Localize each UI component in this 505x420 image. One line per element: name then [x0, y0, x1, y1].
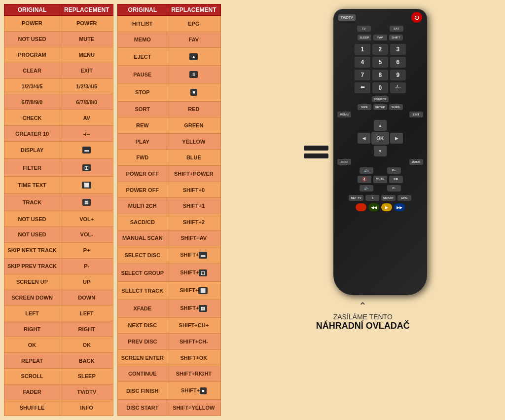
source-label: SOURCE [372, 96, 389, 102]
table-row: MULTI 2CHSHIFT+1 [118, 198, 220, 214]
table-row: STOP■ [118, 83, 220, 101]
power-button[interactable]: ⏻ [411, 12, 422, 23]
sat-button[interactable]: SAT [390, 26, 403, 32]
num2-button[interactable]: 2 [372, 44, 388, 55]
table-row: SCREEN UPUP [4, 274, 113, 290]
caption-line2: NÁHRADNÍ OVLADAČ [316, 321, 410, 331]
table-row: REWGREEN [118, 117, 220, 134]
remote-control: TV/DTV ⏻ TV SAT SLEEP FAV SHIFT 1 [333, 9, 427, 295]
vol-up-button[interactable]: 🔊+ [360, 167, 373, 174]
mute-button[interactable]: MUTE [373, 176, 387, 183]
eq-bar-top [304, 146, 328, 151]
table2-header-original: ORIGINAL [118, 4, 167, 16]
shift-button[interactable]: SHIFT [389, 35, 403, 40]
play-button[interactable]: ▶ [381, 203, 392, 211]
table-row: SKIP PREV TRACKP- [4, 258, 113, 274]
nettv-button[interactable]: NET TV [349, 195, 363, 201]
num7-button[interactable]: 7 [355, 70, 370, 80]
table-row: SORTRED [118, 101, 220, 117]
num0-button[interactable]: 0 [372, 82, 388, 93]
mute-icon-button[interactable]: 🔇 [358, 176, 371, 183]
chevron-up-icon: ⌃ [316, 300, 410, 312]
table-row: PREV DISCSHIFT+CH- [118, 334, 220, 350]
num3-button[interactable]: 3 [390, 44, 406, 55]
size-button[interactable]: SIZE [358, 104, 371, 110]
table-row: PAUSE⏸ [118, 66, 220, 83]
epg-button[interactable]: EPG [397, 195, 411, 201]
table-row: FILTER◫ [4, 159, 113, 176]
caption-line1: ZASÍLÁME TENTO [316, 313, 410, 321]
rew-button[interactable]: ◀◀ [368, 203, 379, 211]
table-row: SCREEN ENTERSHIFT+OK [118, 349, 220, 366]
tv-button[interactable]: TV [357, 26, 371, 32]
table-row: NOT USEDVOL+ [4, 211, 113, 227]
table1: ORIGINAL REPLACEMENT POWERPOWER NOT USED… [4, 4, 113, 416]
sleep-button[interactable]: SLEEP [358, 35, 371, 40]
dash-button[interactable]: -/-- [390, 82, 406, 93]
fav-button[interactable]: FAV [373, 35, 387, 40]
table-row: NOT USEDVOL- [4, 227, 113, 243]
num9-button[interactable]: 9 [390, 70, 406, 80]
num4-button[interactable]: 4 [355, 57, 370, 68]
table-row: LEFTLEFT [4, 305, 113, 321]
table-row: PLAYYELLOW [118, 133, 220, 150]
red-button[interactable] [356, 203, 366, 211]
table-row: REPEATBACK [4, 353, 113, 369]
eq-bar-bottom [304, 153, 328, 158]
table-row: MANUAL SCANSHIFT+AV [118, 230, 220, 246]
table-row: SELECT DISCSHIFT+▬ [118, 246, 220, 264]
table-row: XFADESHIFT+▤ [118, 300, 220, 317]
table-row: HITLISTEPG [118, 16, 220, 32]
table-row: TRACK▤ [4, 193, 113, 211]
table-row: CHECKAV [4, 110, 113, 126]
back-button[interactable]: BACK [409, 159, 423, 165]
smart-button[interactable]: SMART [381, 195, 396, 201]
tvdtv-button[interactable]: TV/DTV [338, 14, 356, 21]
num5-button[interactable]: 5 [372, 57, 388, 68]
table-row: RIGHTRIGHT [4, 321, 113, 337]
table-row: SELECT GROUPSHIFT+◫ [118, 264, 220, 282]
num1-button[interactable]: 1 [355, 44, 370, 55]
nav-up-button[interactable]: ▲ [374, 120, 387, 131]
table-row: SCROLLSLEEP [4, 369, 113, 384]
table-row: FWDBLUE [118, 150, 220, 166]
table-row: GREATER 10-/-- [4, 126, 113, 142]
setup-button[interactable]: SETUP [373, 104, 387, 110]
subs-button[interactable]: SUBS. [389, 104, 403, 110]
table-row: SCREEN DOWNDOWN [4, 290, 113, 305]
num8-button[interactable]: 8 [372, 70, 388, 80]
table-row: DISC STARTSHIFT+YELLOW [118, 400, 220, 416]
table-row: POWER OFFSHIFT+POWER [118, 166, 220, 182]
ch-fav-button[interactable]: P⊕ [389, 176, 403, 183]
table-row: CONTINUESHIFT+RIGHT [118, 366, 220, 382]
menu-button[interactable]: MENU [337, 112, 351, 117]
fwd-button[interactable]: ▶▶ [394, 203, 405, 211]
equals-sign [304, 146, 328, 158]
nav-down-button[interactable]: ▼ [374, 146, 387, 156]
table-row: MEMOFAV [118, 32, 220, 48]
colored-buttons: ◀◀ ▶ ▶▶ [333, 202, 427, 213]
nav-right-button[interactable]: ▶ [390, 133, 403, 144]
table-row: SHUFFLEINFO [4, 400, 113, 416]
info-button[interactable]: INFO [337, 159, 351, 165]
ch-up-button[interactable]: P+ [387, 167, 401, 174]
table-row: SKIP NEXT TRACKP+ [4, 242, 113, 258]
exit-button[interactable]: EXIT [409, 112, 423, 117]
pause-media-button[interactable]: ⏸ [365, 195, 379, 201]
table-row: OKOK [4, 337, 113, 353]
table-row: SELECT TRACKSHIFT+⬜ [118, 282, 220, 300]
ch-down-button[interactable]: P- [387, 185, 401, 191]
table-row: FADERTV/DTV [4, 384, 113, 400]
nav-left-button[interactable]: ◀ [358, 133, 370, 144]
num6-button[interactable]: 6 [390, 57, 406, 68]
ok-center-button[interactable]: OK [371, 132, 389, 145]
back-num-button[interactable]: ⬅ [355, 82, 370, 93]
table1-header-original: ORIGINAL [4, 4, 60, 16]
vol-down-button[interactable]: 🔊- [360, 185, 373, 191]
table1-header-replacement: REPLACEMENT [60, 4, 113, 16]
table-row: PROGRAMMENU [4, 47, 113, 63]
table-row: SACD/CDSHIFT+2 [118, 214, 220, 230]
table2-header-replacement: REPLACEMENT [167, 4, 220, 16]
table-row: TIME TEXT⬜ [4, 176, 113, 193]
table-row: POWER OFFSHIFT+0 [118, 182, 220, 198]
